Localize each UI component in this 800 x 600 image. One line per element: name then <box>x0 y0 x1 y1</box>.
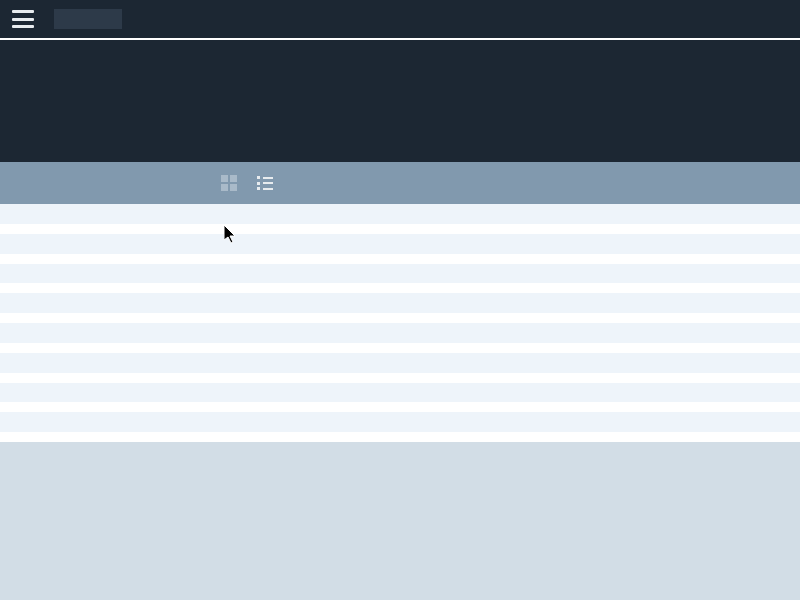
grid-view-icon[interactable] <box>220 174 238 192</box>
list-view-icon[interactable] <box>256 174 274 192</box>
list-item[interactable] <box>0 293 800 323</box>
view-toolbar <box>0 162 800 204</box>
logo-placeholder <box>54 9 122 29</box>
list-item[interactable] <box>0 264 800 294</box>
list-item[interactable] <box>0 323 800 353</box>
bottom-panel <box>0 442 800 600</box>
list-item[interactable] <box>0 383 800 413</box>
list-item[interactable] <box>0 353 800 383</box>
hero-banner <box>0 40 800 162</box>
hamburger-menu-icon[interactable] <box>12 10 34 28</box>
content-list <box>0 204 800 442</box>
list-item[interactable] <box>0 412 800 442</box>
list-item[interactable] <box>0 204 800 234</box>
top-navbar <box>0 0 800 38</box>
list-item[interactable] <box>0 234 800 264</box>
